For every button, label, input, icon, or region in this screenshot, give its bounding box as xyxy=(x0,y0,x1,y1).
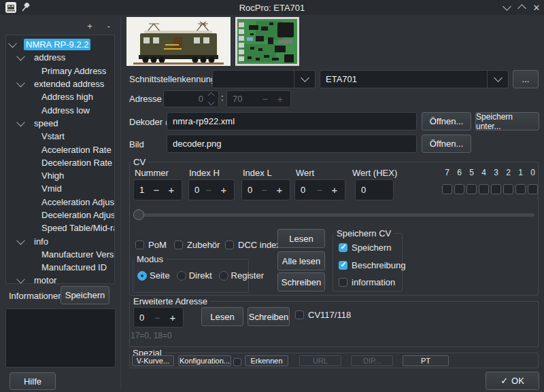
tree-item-address-low[interactable]: Address low xyxy=(6,103,114,116)
decrement-button[interactable]: − xyxy=(201,184,216,196)
more-button[interactable]: ... xyxy=(513,70,539,88)
chevron-down-icon[interactable] xyxy=(16,275,25,284)
decrement-button[interactable]: − xyxy=(149,184,164,196)
modus-radio-direkt[interactable] xyxy=(177,271,186,281)
konfiguration-button[interactable]: Konfiguration... xyxy=(178,355,231,366)
tree-item-address[interactable]: address xyxy=(6,51,114,64)
info-speichern-button[interactable]: Speichern xyxy=(61,286,109,304)
decrement-button[interactable]: − xyxy=(257,184,272,196)
cv117-checkbox-row[interactable]: CV117/118 xyxy=(295,310,351,320)
bild-file-input[interactable] xyxy=(167,135,417,153)
cv-schreiben-button[interactable]: Schreiben xyxy=(277,272,325,291)
url-button[interactable]: URL xyxy=(299,355,341,366)
increment-button[interactable]: + xyxy=(273,93,288,105)
zubehoer-checkbox[interactable] xyxy=(174,240,183,249)
cv-index-h-spinner[interactable]: 0 − + xyxy=(188,179,235,200)
slider-groove[interactable] xyxy=(136,213,534,217)
maximize-button[interactable] xyxy=(515,0,528,15)
cv-wert-spinner[interactable]: 0 − + xyxy=(294,179,345,200)
cv-nummer-spinner[interactable]: 1 − + xyxy=(133,179,182,200)
hilfe-button[interactable]: Hilfe xyxy=(10,372,56,390)
modus-radio-seite[interactable] xyxy=(137,271,147,281)
cv-bit-3-checkbox[interactable] xyxy=(491,184,501,194)
information-checkbox[interactable] xyxy=(339,278,347,287)
decrement-button[interactable]: − xyxy=(312,184,327,196)
tree-item-deceleration-rate[interactable]: Deceleration Rate xyxy=(6,156,114,169)
v-kurve-button[interactable]: V-Kurve... xyxy=(132,355,174,366)
tree-item-nmra-rp-9-2-2[interactable]: NMRA RP-9.2.2 xyxy=(6,38,114,51)
cv-bit-2-checkbox[interactable] xyxy=(503,184,513,194)
increment-button[interactable]: + xyxy=(216,184,231,196)
speichern-cv-row-beschreibung[interactable]: Beschreibung xyxy=(339,260,406,270)
tree-item-manufactured-id[interactable]: Manufactured ID xyxy=(6,261,114,274)
beschreibung-checkbox[interactable] xyxy=(339,261,347,270)
zubehoer-checkbox-row[interactable]: Zubehör xyxy=(174,240,220,250)
chevron-down-icon[interactable] xyxy=(16,236,25,245)
modus-radio-register[interactable] xyxy=(219,271,228,281)
speichern-cv-row-information[interactable]: information xyxy=(339,277,395,287)
erweiterte-lesen-button[interactable]: Lesen xyxy=(201,307,243,326)
adresse-high-spinner[interactable]: 70 − + xyxy=(226,90,291,107)
tree-item-manufacturer-version[interactable]: Manufacturer Version xyxy=(6,248,114,261)
dcc-index-checkbox-row[interactable]: DCC index xyxy=(225,240,281,250)
cv-bit-1-checkbox[interactable] xyxy=(515,184,526,194)
cv117-checkbox[interactable] xyxy=(295,310,304,319)
dekoder-oeffnen-button[interactable]: Öffnen... xyxy=(422,112,471,130)
tree-item-vstart[interactable]: Vstart xyxy=(6,130,114,143)
spinner-arrows[interactable] xyxy=(206,93,216,105)
tree-item-vmid[interactable]: Vmid xyxy=(6,182,114,195)
increment-button[interactable]: + xyxy=(327,184,342,196)
slider-handle[interactable] xyxy=(133,209,144,220)
chevron-down-icon[interactable] xyxy=(16,52,25,61)
pane-splitter[interactable] xyxy=(120,17,121,389)
chevron-down-icon[interactable] xyxy=(8,39,17,48)
speichern-unter-button[interactable]: Speichern unter... xyxy=(475,112,539,130)
chevron-down-icon[interactable] xyxy=(16,79,25,88)
increment-button[interactable]: + xyxy=(164,184,179,196)
bild-oeffnen-button[interactable]: Öffnen... xyxy=(422,135,471,153)
cv-bit-4-checkbox[interactable] xyxy=(479,184,489,194)
alle-lesen-button[interactable]: Alle lesen xyxy=(277,251,325,270)
tree-item-speed[interactable]: speed xyxy=(6,117,114,130)
erkennen-button[interactable]: Erkennen xyxy=(245,355,288,366)
speichern-checkbox[interactable] xyxy=(339,243,347,252)
tree-item-primary-address[interactable]: Primary Address xyxy=(6,65,114,77)
cv-bit-7-checkbox[interactable] xyxy=(442,184,452,194)
dcc-index-checkbox[interactable] xyxy=(225,240,234,249)
cv-bit-0-checkbox[interactable] xyxy=(528,184,538,194)
konfiguration-checkbox[interactable] xyxy=(233,358,241,366)
tree-expand-button[interactable]: + xyxy=(84,22,95,32)
chevron-down-icon[interactable] xyxy=(16,118,25,127)
close-button[interactable]: ✕ xyxy=(530,0,543,15)
cv-tree[interactable]: NMRA RP-9.2.2addressPrimary Addressexten… xyxy=(5,35,115,284)
pom-checkbox-row[interactable]: PoM xyxy=(135,240,167,250)
erweiterte-schreiben-button[interactable]: Schreiben xyxy=(248,307,290,326)
interface-combobox[interactable] xyxy=(212,70,316,88)
minimize-button[interactable] xyxy=(500,0,513,15)
tree-item-acceleration-adjustme[interactable]: Acceleration Adjustme xyxy=(6,196,114,209)
tree-item-speed-table-mid-rang[interactable]: Speed Table/Mid-rang xyxy=(6,221,114,234)
dekoder-file-input[interactable] xyxy=(167,112,417,130)
decrement-button[interactable]: − xyxy=(258,93,273,105)
adresse-spinner[interactable]: 0 xyxy=(163,90,219,107)
ok-button[interactable]: ✓ OK xyxy=(486,372,539,390)
increment-button[interactable]: + xyxy=(165,312,180,323)
speichern-cv-row-speichern[interactable]: Speichern xyxy=(339,243,392,253)
increment-button[interactable]: + xyxy=(272,184,287,196)
cv-wert-hex-input[interactable] xyxy=(355,179,394,200)
tree-item-vhigh[interactable]: Vhigh xyxy=(6,169,114,182)
decoder-id-combobox[interactable]: ETA701 xyxy=(320,70,509,88)
tree-item-info[interactable]: info xyxy=(6,234,114,247)
decrement-button[interactable]: − xyxy=(150,312,165,323)
informationen-textarea[interactable] xyxy=(5,308,116,368)
cv-bit-5-checkbox[interactable] xyxy=(466,184,477,194)
tree-item-address-high[interactable]: Address high xyxy=(6,90,114,103)
tree-item-deceleration-adjustme[interactable]: Deceleration Adjustme xyxy=(6,209,114,221)
combobox-arrow[interactable] xyxy=(487,71,508,88)
tree-item-acceleration-rate[interactable]: Acceleration Rate xyxy=(6,143,114,156)
cv-bit-6-checkbox[interactable] xyxy=(454,184,464,194)
tree-collapse-button[interactable]: - xyxy=(103,22,114,32)
pom-checkbox[interactable] xyxy=(135,240,144,249)
combobox-arrow[interactable] xyxy=(294,71,315,88)
tree-item-extended-address[interactable]: extended address xyxy=(6,77,114,90)
